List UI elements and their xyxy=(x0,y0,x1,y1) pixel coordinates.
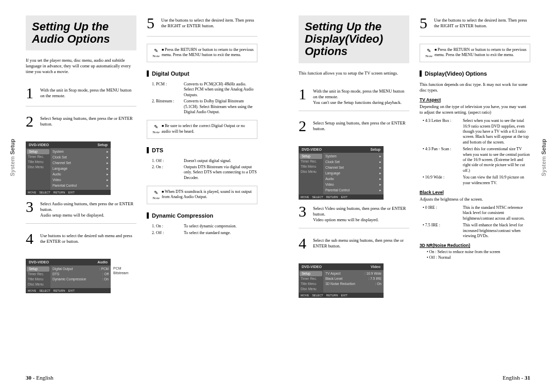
osd-video: DVD-VIDEOVideo Setup Timer Rec. Title Me… xyxy=(299,263,384,298)
osd-title-l: DVD-VIDEO xyxy=(29,143,49,147)
step-txt: Select Audio using buttons, then press t… xyxy=(40,199,136,218)
step-num: 2 xyxy=(26,114,40,129)
step-txt: Use buttons to select the desired sub me… xyxy=(40,231,136,246)
step-2: 2Select Setup using buttons, then press … xyxy=(299,118,409,139)
note-text: When DTS soundtrack is played, sound is … xyxy=(162,189,254,201)
step-num: 4 xyxy=(26,231,40,246)
black-level-heading: Black Level xyxy=(420,190,530,195)
step-txt: Use the buttons to select the desired it… xyxy=(161,15,257,31)
audio-title: Setting Up the Audio Options xyxy=(26,15,136,50)
osd-title-r: Setup xyxy=(98,143,108,147)
dynamic-heading: Dynamic Compression xyxy=(147,212,257,219)
step-num: 1 xyxy=(26,85,40,101)
page-30: System Setup Setting Up the Audio Option… xyxy=(0,0,278,392)
dts-heading: DTS xyxy=(147,147,257,153)
step-5: 5Use the buttons to select the desired i… xyxy=(147,15,257,37)
footer-right: English - 31 xyxy=(502,375,530,381)
note-text: Press the RETURN or button to return to … xyxy=(162,47,254,59)
display-options-heading: Display(Video) Options xyxy=(420,70,530,77)
digital-output-heading: Digital Output xyxy=(147,70,257,77)
note-digital: NoteBe sure to select the correct Digita… xyxy=(147,120,257,138)
step-5: 5Use the buttons to select the desired i… xyxy=(420,15,530,37)
step-3: 3Select Audio using buttons, then press … xyxy=(26,199,136,224)
step-txt: With the unit in Stop mode, press the ME… xyxy=(40,85,136,101)
osd-main: System Clock Set Channel Set Language Au… xyxy=(50,148,111,190)
right-col-1: Setting Up the Display(Video) Options Th… xyxy=(299,15,409,302)
right-col-2: 5Use the buttons to select the desired i… xyxy=(420,15,530,302)
pencil-icon: Note xyxy=(423,47,435,59)
step-3: 3Select Video using buttons, then press … xyxy=(299,204,409,228)
step-txt: Select Setup using buttons, then press t… xyxy=(40,114,136,129)
step-4: 4Use buttons to select the desired sub m… xyxy=(26,231,136,252)
step-1: 1With the unit in Stop mode, press the M… xyxy=(26,85,136,106)
osd-audio: PCM Bitstream DVD-VIDEOAudio Setup Timer… xyxy=(26,259,111,293)
video-intro: This function allows you to setup the TV… xyxy=(299,70,409,76)
right-columns: Setting Up the Display(Video) Options Th… xyxy=(299,15,530,302)
pencil-icon: Note xyxy=(150,123,162,135)
pencil-icon: Note xyxy=(150,189,162,201)
osd-label: PCM Bitstream xyxy=(113,266,129,276)
page-31: System Setup Setting Up the Display(Vide… xyxy=(278,0,556,392)
side-tab-left: System Setup xyxy=(9,139,15,176)
osd-side: Setup Timer Rec. Title Menu Disc Menu xyxy=(26,148,50,190)
tv-aspect-heading: TV Aspect xyxy=(420,97,530,102)
left-col-1: Setting Up the Audio Options If you set … xyxy=(26,15,136,297)
osd-setup-r: DVD-VIDEOSetup Setup Timer Rec. Title Me… xyxy=(299,146,384,200)
audio-intro: If you set the player menu, disc menu, a… xyxy=(26,58,136,75)
note-dts: NoteWhen DTS soundtrack is played, sound… xyxy=(147,186,257,204)
left-col-2: 5Use the buttons to select the desired i… xyxy=(147,15,257,297)
side-tab-right: System Setup xyxy=(541,139,547,176)
video-title: Setting Up the Display(Video) Options xyxy=(299,15,409,63)
footer-left: 30 - English xyxy=(26,375,54,381)
step-1: 1With the unit in Stop mode, press the M… xyxy=(299,86,409,111)
step-num: 3 xyxy=(26,199,40,218)
step-num: 5 xyxy=(147,15,161,31)
3dnr-heading: 3D NR(Noise Reduction) xyxy=(420,243,530,248)
step-4: 4Select the sub menu using buttons, then… xyxy=(299,236,409,256)
left-columns: Setting Up the Audio Options If you set … xyxy=(26,15,257,297)
osd-setup: DVD-VIDEOSetup Setup Timer Rec. Title Me… xyxy=(26,141,111,195)
note-return-r: NotePress the RETURN or button to return… xyxy=(420,44,530,62)
note-text: Be sure to select the correct Digital Ou… xyxy=(162,123,254,135)
pencil-icon: Note xyxy=(150,47,162,59)
note-return: NotePress the RETURN or button to return… xyxy=(147,44,257,62)
step-2: 2Select Setup using buttons, then press … xyxy=(26,114,136,134)
